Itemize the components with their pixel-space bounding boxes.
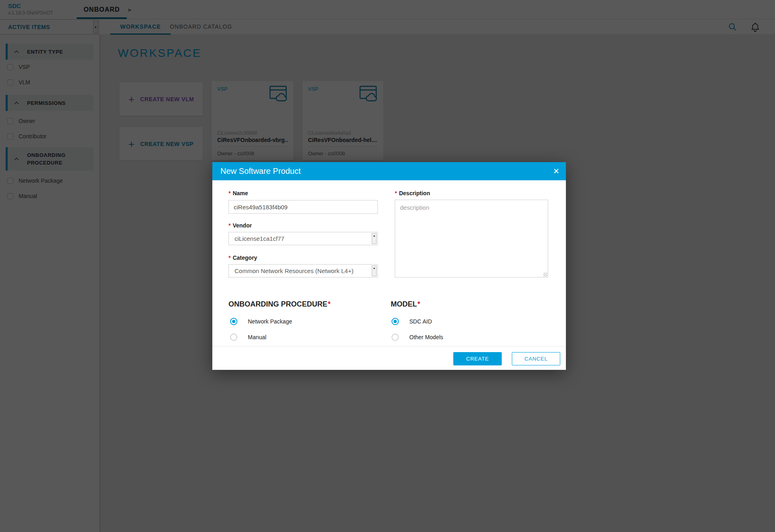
required-mark: * (228, 190, 230, 196)
modal-footer: CREATE CANCEL (212, 346, 566, 370)
radio-sdc-aid[interactable]: SDC AID (392, 318, 432, 325)
category-label: *Category (228, 255, 257, 261)
description-textarea[interactable] (395, 200, 548, 277)
name-label: *Name (228, 190, 248, 196)
dropdown-caret-icon: ▼ (372, 265, 377, 276)
model-heading: MODEL* (391, 300, 420, 309)
radio-button[interactable] (392, 318, 399, 325)
modal-title: New Software Product (220, 167, 301, 176)
name-input[interactable] (228, 200, 378, 214)
required-mark: * (328, 300, 331, 308)
textarea-resize-handle[interactable] (543, 273, 547, 277)
onboarding-procedure-heading: ONBOARDING PROCEDURE* (228, 300, 331, 309)
dropdown-caret-icon: ▼ (372, 233, 377, 244)
close-icon[interactable]: ✕ (547, 162, 566, 180)
vendor-select-value: ciLicense1ca1cf77 (235, 235, 284, 242)
category-select[interactable]: Common Network Resources (Network L4+) ▼ (228, 264, 378, 277)
required-mark: * (417, 300, 420, 308)
radio-other-models[interactable]: Other Models (392, 334, 443, 341)
radio-button[interactable] (230, 334, 237, 341)
radio-manual[interactable]: Manual (230, 334, 266, 341)
create-button[interactable]: CREATE (453, 352, 502, 365)
radio-button[interactable] (230, 318, 237, 325)
cancel-button[interactable]: CANCEL (512, 352, 560, 365)
category-select-value: Common Network Resources (Network L4+) (235, 267, 354, 274)
radio-button[interactable] (392, 334, 399, 341)
radio-network-package[interactable]: Network Package (230, 318, 292, 325)
required-mark: * (228, 222, 230, 229)
required-mark: * (228, 255, 230, 261)
modal-header: New Software Product ✕ (212, 162, 566, 180)
vendor-select[interactable]: ciLicense1ca1cf77 ▼ (228, 232, 378, 245)
new-software-product-modal: New Software Product ✕ *Name *Vendor ciL… (212, 162, 566, 370)
vendor-label: *Vendor (228, 222, 252, 229)
description-label: *Description (395, 190, 430, 196)
required-mark: * (395, 190, 397, 196)
